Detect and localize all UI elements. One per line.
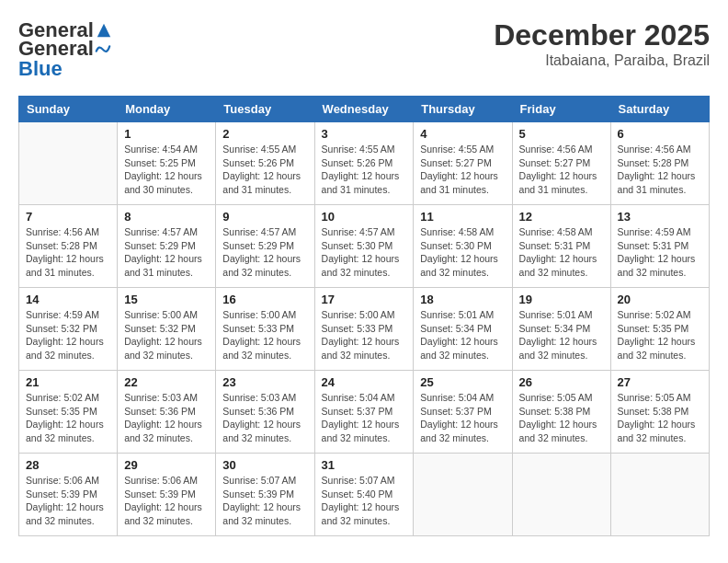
day-number: 18 bbox=[420, 293, 505, 306]
calendar-cell bbox=[414, 454, 512, 536]
day-number: 2 bbox=[222, 127, 307, 141]
day-info: Sunrise: 4:54 AM Sunset: 5:25 PM Dayligh… bbox=[124, 143, 209, 197]
day-info: Sunrise: 5:02 AM Sunset: 5:35 PM Dayligh… bbox=[618, 308, 702, 362]
column-header-sunday: Sunday bbox=[19, 97, 118, 122]
calendar-cell: 25Sunrise: 5:04 AM Sunset: 5:37 PM Dayli… bbox=[414, 371, 512, 454]
calendar-cell: 26Sunrise: 5:05 AM Sunset: 5:38 PM Dayli… bbox=[512, 371, 610, 454]
calendar-cell: 11Sunrise: 4:58 AM Sunset: 5:30 PM Dayli… bbox=[414, 205, 512, 288]
day-number: 31 bbox=[322, 458, 407, 472]
page-header: General General Blue December 2025 Itaba… bbox=[18, 18, 710, 81]
calendar-cell bbox=[512, 454, 610, 536]
calendar-cell: 12Sunrise: 4:58 AM Sunset: 5:31 PM Dayli… bbox=[512, 205, 610, 288]
day-number: 11 bbox=[420, 210, 505, 224]
day-info: Sunrise: 5:07 AM Sunset: 5:39 PM Dayligh… bbox=[222, 474, 307, 528]
day-info: Sunrise: 4:56 AM Sunset: 5:28 PM Dayligh… bbox=[618, 143, 702, 197]
calendar-cell: 8Sunrise: 4:57 AM Sunset: 5:29 PM Daylig… bbox=[118, 205, 216, 288]
day-number: 27 bbox=[618, 375, 702, 389]
day-number: 26 bbox=[519, 375, 604, 389]
day-number: 6 bbox=[618, 127, 702, 141]
day-number: 30 bbox=[222, 458, 307, 472]
day-info: Sunrise: 5:06 AM Sunset: 5:39 PM Dayligh… bbox=[124, 474, 209, 528]
day-info: Sunrise: 4:55 AM Sunset: 5:26 PM Dayligh… bbox=[222, 143, 307, 197]
day-number: 16 bbox=[222, 293, 307, 306]
calendar-cell: 20Sunrise: 5:02 AM Sunset: 5:35 PM Dayli… bbox=[610, 288, 709, 371]
day-number: 9 bbox=[222, 210, 307, 224]
day-info: Sunrise: 4:58 AM Sunset: 5:31 PM Dayligh… bbox=[519, 225, 604, 280]
day-number: 25 bbox=[420, 375, 505, 389]
column-header-thursday: Thursday bbox=[414, 97, 512, 122]
day-number: 17 bbox=[322, 293, 407, 306]
day-number: 1 bbox=[124, 127, 209, 141]
calendar-cell bbox=[610, 454, 709, 536]
calendar-cell: 16Sunrise: 5:00 AM Sunset: 5:33 PM Dayli… bbox=[216, 288, 314, 371]
day-info: Sunrise: 4:59 AM Sunset: 5:32 PM Dayligh… bbox=[26, 308, 110, 362]
month-title: December 2025 bbox=[494, 18, 710, 52]
day-info: Sunrise: 5:00 AM Sunset: 5:32 PM Dayligh… bbox=[124, 308, 209, 362]
day-info: Sunrise: 4:59 AM Sunset: 5:31 PM Dayligh… bbox=[618, 225, 702, 280]
day-info: Sunrise: 5:04 AM Sunset: 5:37 PM Dayligh… bbox=[420, 391, 505, 445]
calendar-cell: 27Sunrise: 5:05 AM Sunset: 5:38 PM Dayli… bbox=[610, 371, 709, 454]
day-number: 5 bbox=[519, 127, 604, 141]
calendar-cell: 31Sunrise: 5:07 AM Sunset: 5:40 PM Dayli… bbox=[314, 454, 414, 536]
column-header-friday: Friday bbox=[512, 97, 610, 122]
day-number: 29 bbox=[124, 458, 209, 472]
week-row-2: 7Sunrise: 4:56 AM Sunset: 5:28 PM Daylig… bbox=[19, 205, 710, 288]
week-row-5: 28Sunrise: 5:06 AM Sunset: 5:39 PM Dayli… bbox=[19, 454, 710, 536]
calendar-cell: 9Sunrise: 4:57 AM Sunset: 5:29 PM Daylig… bbox=[216, 205, 314, 288]
location: Itabaiana, Paraiba, Brazil bbox=[494, 52, 710, 69]
day-number: 8 bbox=[124, 210, 209, 224]
calendar-cell: 24Sunrise: 5:04 AM Sunset: 5:37 PM Dayli… bbox=[314, 371, 414, 454]
day-number: 4 bbox=[420, 127, 505, 141]
day-number: 22 bbox=[124, 375, 209, 389]
calendar-cell: 17Sunrise: 5:00 AM Sunset: 5:33 PM Dayli… bbox=[314, 288, 414, 371]
day-info: Sunrise: 5:00 AM Sunset: 5:33 PM Dayligh… bbox=[222, 308, 307, 362]
title-block: December 2025 Itabaiana, Paraiba, Brazil bbox=[494, 18, 710, 69]
logo-wave-icon bbox=[95, 40, 111, 57]
calendar-table: SundayMondayTuesdayWednesdayThursdayFrid… bbox=[18, 96, 710, 536]
day-number: 10 bbox=[322, 210, 407, 224]
day-number: 28 bbox=[26, 458, 110, 472]
day-info: Sunrise: 5:00 AM Sunset: 5:33 PM Dayligh… bbox=[322, 308, 407, 362]
logo: General General Blue bbox=[18, 18, 112, 81]
day-info: Sunrise: 5:01 AM Sunset: 5:34 PM Dayligh… bbox=[420, 308, 505, 362]
day-info: Sunrise: 5:05 AM Sunset: 5:38 PM Dayligh… bbox=[618, 391, 702, 445]
svg-marker-0 bbox=[97, 24, 110, 37]
logo-blue-text: Blue bbox=[18, 57, 63, 81]
column-header-saturday: Saturday bbox=[610, 97, 709, 122]
day-info: Sunrise: 4:57 AM Sunset: 5:29 PM Dayligh… bbox=[124, 225, 209, 280]
week-row-4: 21Sunrise: 5:02 AM Sunset: 5:35 PM Dayli… bbox=[19, 371, 710, 454]
week-row-3: 14Sunrise: 4:59 AM Sunset: 5:32 PM Dayli… bbox=[19, 288, 710, 371]
calendar-header-row: SundayMondayTuesdayWednesdayThursdayFrid… bbox=[19, 97, 710, 122]
column-header-tuesday: Tuesday bbox=[216, 97, 314, 122]
day-info: Sunrise: 5:06 AM Sunset: 5:39 PM Dayligh… bbox=[26, 474, 110, 528]
day-number: 15 bbox=[124, 293, 209, 306]
calendar-cell: 13Sunrise: 4:59 AM Sunset: 5:31 PM Dayli… bbox=[610, 205, 709, 288]
day-info: Sunrise: 5:02 AM Sunset: 5:35 PM Dayligh… bbox=[26, 391, 110, 445]
calendar-cell: 5Sunrise: 4:56 AM Sunset: 5:27 PM Daylig… bbox=[512, 122, 610, 205]
column-header-wednesday: Wednesday bbox=[314, 97, 414, 122]
day-info: Sunrise: 5:07 AM Sunset: 5:40 PM Dayligh… bbox=[322, 474, 407, 528]
day-info: Sunrise: 4:57 AM Sunset: 5:29 PM Dayligh… bbox=[222, 225, 307, 280]
day-info: Sunrise: 5:03 AM Sunset: 5:36 PM Dayligh… bbox=[222, 391, 307, 445]
day-number: 14 bbox=[26, 293, 110, 306]
calendar-cell bbox=[19, 122, 118, 205]
calendar-cell: 2Sunrise: 4:55 AM Sunset: 5:26 PM Daylig… bbox=[216, 122, 314, 205]
day-info: Sunrise: 5:01 AM Sunset: 5:34 PM Dayligh… bbox=[519, 308, 604, 362]
calendar-cell: 29Sunrise: 5:06 AM Sunset: 5:39 PM Dayli… bbox=[118, 454, 216, 536]
calendar-cell: 14Sunrise: 4:59 AM Sunset: 5:32 PM Dayli… bbox=[19, 288, 118, 371]
calendar-cell: 15Sunrise: 5:00 AM Sunset: 5:32 PM Dayli… bbox=[118, 288, 216, 371]
day-info: Sunrise: 4:58 AM Sunset: 5:30 PM Dayligh… bbox=[420, 225, 505, 280]
calendar-cell: 23Sunrise: 5:03 AM Sunset: 5:36 PM Dayli… bbox=[216, 371, 314, 454]
day-info: Sunrise: 5:03 AM Sunset: 5:36 PM Dayligh… bbox=[124, 391, 209, 445]
week-row-1: 1Sunrise: 4:54 AM Sunset: 5:25 PM Daylig… bbox=[19, 122, 710, 205]
calendar-cell: 30Sunrise: 5:07 AM Sunset: 5:39 PM Dayli… bbox=[216, 454, 314, 536]
day-info: Sunrise: 4:55 AM Sunset: 5:27 PM Dayligh… bbox=[420, 143, 505, 197]
day-number: 12 bbox=[519, 210, 604, 224]
day-number: 7 bbox=[26, 210, 110, 224]
day-info: Sunrise: 5:04 AM Sunset: 5:37 PM Dayligh… bbox=[322, 391, 407, 445]
day-info: Sunrise: 4:55 AM Sunset: 5:26 PM Dayligh… bbox=[322, 143, 407, 197]
day-info: Sunrise: 4:56 AM Sunset: 5:28 PM Dayligh… bbox=[26, 225, 110, 280]
calendar-cell: 6Sunrise: 4:56 AM Sunset: 5:28 PM Daylig… bbox=[610, 122, 709, 205]
calendar-cell: 22Sunrise: 5:03 AM Sunset: 5:36 PM Dayli… bbox=[118, 371, 216, 454]
column-header-monday: Monday bbox=[118, 97, 216, 122]
